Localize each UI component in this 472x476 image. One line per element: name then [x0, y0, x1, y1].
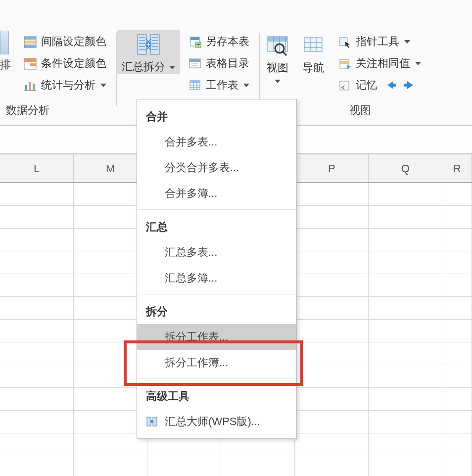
- condition-color-button[interactable]: 条件设定颜色: [20, 52, 109, 74]
- view-label: 视图: [267, 61, 288, 88]
- menu-item-merge-books[interactable]: 合并多簿...: [137, 181, 296, 206]
- group-table-ops: 另存本表 表格目录 工作表: [180, 31, 259, 96]
- navigate-button[interactable]: 导航: [295, 31, 331, 75]
- col-header-R[interactable]: R: [442, 154, 472, 182]
- menu-section-summary: 汇总: [137, 210, 296, 239]
- group-view-small: 指针工具 关注相同值 记忆: [331, 31, 431, 96]
- save-as-table-icon: [188, 35, 202, 48]
- menu-item-master-wps[interactable]: 汇总大师(WPS版)...: [137, 409, 296, 434]
- pointer-tool-button[interactable]: 指针工具: [335, 31, 424, 52]
- col-header-P[interactable]: P: [295, 154, 369, 182]
- ribbon-body: 排 间隔设定颜色 条件设定颜色: [0, 0, 472, 99]
- memory-label: 记忆: [356, 78, 378, 93]
- svg-rect-0: [24, 37, 36, 40]
- svg-rect-2: [24, 45, 36, 48]
- svg-rect-9: [33, 84, 35, 90]
- svg-rect-32: [190, 81, 200, 83]
- stats-analysis-icon: [23, 78, 37, 92]
- chevron-down-icon: [243, 84, 249, 87]
- group-data-analysis: 间隔设定颜色 条件设定颜色 统计与分析: [13, 31, 116, 96]
- menu-item-split-workbook[interactable]: 拆分工作簿...: [137, 350, 296, 376]
- svg-rect-25: [190, 37, 199, 40]
- worksheet-label: 工作表: [206, 78, 238, 93]
- svg-rect-55: [147, 417, 151, 426]
- menu-section-split: 拆分: [137, 294, 296, 324]
- col-header-Q[interactable]: Q: [369, 154, 442, 182]
- memory-icon: [338, 78, 352, 92]
- chevron-down-icon: [169, 66, 175, 69]
- pointer-tool-icon: [338, 35, 352, 48]
- worksheet-button[interactable]: 工作表: [185, 74, 252, 96]
- summary-split-button[interactable]: 汇总拆分: [117, 30, 180, 74]
- navigate-icon: [300, 33, 326, 58]
- svg-rect-44: [304, 38, 322, 51]
- interval-color-button[interactable]: 间隔设定颜色: [20, 31, 109, 52]
- focus-same-icon: [338, 56, 352, 70]
- interval-color-label: 间隔设定颜色: [41, 34, 106, 49]
- condition-color-icon: [23, 56, 37, 70]
- menu-item-merge-tables[interactable]: 合并多表...: [137, 129, 296, 155]
- summary-split-label: 汇总拆分: [122, 60, 175, 73]
- navigate-label: 导航: [302, 61, 324, 74]
- memory-row: 记忆: [335, 74, 424, 96]
- view-button[interactable]: 视图: [260, 31, 295, 89]
- svg-rect-51: [340, 61, 349, 64]
- table-directory-button[interactable]: 表格目录: [185, 52, 252, 74]
- view-icon: [265, 33, 290, 58]
- group-label-view: 视图: [349, 103, 371, 118]
- ribbon-button-left-partial[interactable]: 排: [0, 31, 13, 72]
- focus-same-label: 关注相同值: [356, 56, 410, 71]
- pointer-tool-label: 指针工具: [356, 34, 399, 49]
- condition-color-label: 条件设定颜色: [41, 56, 106, 71]
- svg-rect-5: [24, 58, 36, 62]
- memory-button[interactable]: 记忆: [338, 78, 378, 93]
- svg-rect-1: [24, 41, 36, 44]
- save-as-table-label: 另存本表: [206, 34, 249, 49]
- table-directory-icon: [188, 56, 202, 70]
- summary-split-icon: [136, 32, 161, 57]
- svg-rect-28: [189, 59, 200, 62]
- summary-split-menu: 合并 合并多表... 分类合并多表... 合并多簿... 汇总 汇总多表... …: [137, 99, 297, 439]
- summary-master-icon: [146, 416, 160, 428]
- sort-icon: [0, 31, 9, 54]
- group-label-data-analysis: 数据分析: [6, 103, 49, 118]
- focus-same-button[interactable]: 关注相同值: [335, 52, 424, 74]
- svg-rect-53: [392, 84, 396, 87]
- chevron-down-icon: [100, 84, 106, 87]
- arrow-left-button[interactable]: [383, 78, 399, 92]
- table-row[interactable]: [0, 456, 472, 476]
- chevron-down-icon: [404, 40, 410, 44]
- menu-item-summary-tables[interactable]: 汇总多表...: [137, 239, 296, 265]
- svg-rect-38: [268, 37, 287, 42]
- svg-line-43: [283, 51, 286, 55]
- menu-item-summary-books[interactable]: 汇总多簿...: [137, 265, 296, 291]
- menu-section-advanced: 高级工具: [137, 379, 296, 409]
- svg-rect-56: [153, 417, 157, 426]
- save-as-table-button[interactable]: 另存本表: [185, 31, 252, 52]
- menu-item-merge-by-category[interactable]: 分类合并多表...: [137, 155, 296, 181]
- col-header-L[interactable]: L: [0, 154, 74, 182]
- arrow-right-button[interactable]: [401, 78, 417, 92]
- interval-color-icon: [23, 35, 37, 48]
- stats-analysis-label: 统计与分析: [41, 78, 95, 93]
- svg-point-57: [150, 420, 153, 423]
- worksheet-icon: [188, 78, 202, 92]
- menu-section-merge: 合并: [137, 99, 296, 129]
- svg-rect-8: [29, 82, 31, 90]
- svg-rect-6: [30, 63, 36, 66]
- svg-rect-7: [25, 85, 27, 90]
- stats-analysis-button[interactable]: 统计与分析: [20, 74, 109, 96]
- svg-rect-54: [404, 84, 408, 87]
- chevron-down-icon: [415, 62, 421, 65]
- table-directory-label: 表格目录: [206, 56, 249, 71]
- chevron-down-icon: [275, 80, 281, 83]
- left-partial-label: 排: [0, 57, 11, 72]
- menu-item-split-worksheet[interactable]: 拆分工作表...: [137, 324, 296, 350]
